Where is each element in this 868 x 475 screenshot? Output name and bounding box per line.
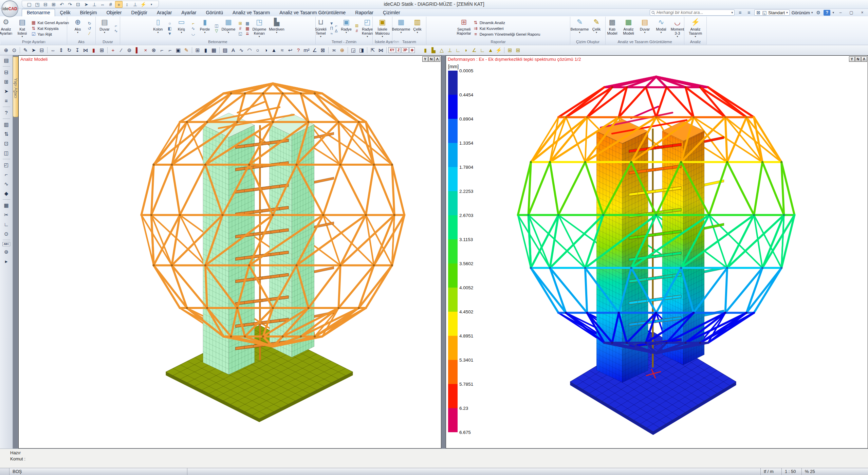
ribbon-button-duvar[interactable]: ▤Duvar▾ [638, 17, 652, 40]
pie-icon[interactable]: ◑ [262, 46, 270, 54]
stair-tool-icon[interactable]: ▙ [429, 46, 438, 54]
panel-wall-icon[interactable]: ◫ [214, 24, 219, 28]
ribbon-button-modal[interactable]: ∿Modal▾ [654, 17, 669, 40]
search-dropdown-icon[interactable]: ▾ [732, 11, 733, 14]
ribbon-button-merdiven[interactable]: ▙Merdiven▾ [268, 17, 285, 40]
raft-opening-icon[interactable]: ⊞ [355, 24, 358, 28]
level-icon[interactable]: ≍ [330, 46, 338, 54]
explode-icon[interactable]: ⊗ [150, 46, 158, 54]
half-disc-icon[interactable]: ◗ [462, 46, 470, 54]
axis-line-icon[interactable]: ⁄ [87, 32, 92, 36]
nodes-icon[interactable]: ◆ [2, 190, 11, 197]
new-sheet-icon[interactable]: ◲ [349, 46, 357, 54]
coord-button-3p[interactable]: 3P [402, 47, 408, 53]
ribbon-item-yar-rijit[interactable]: ☑Yarı Rijit [31, 32, 69, 37]
status-scale[interactable]: 1 : 50 [782, 468, 802, 475]
ribbon-button-se-meli-raporlar[interactable]: ⊞SeçmeliRaporlar [456, 17, 472, 40]
slab-opening-icon[interactable]: ⊞ [237, 21, 243, 26]
peak-icon[interactable]: ▲ [486, 46, 495, 54]
hatch-icon[interactable]: ▦ [210, 46, 218, 54]
structure-tree-tab[interactable]: Yapı Ağacı [13, 57, 18, 117]
command-search[interactable]: ▾ [650, 10, 735, 16]
ribbon-button-analiz-ayarlar[interactable]: ⚙AnalizAyarları [0, 17, 13, 40]
menu-tab-betonarme[interactable]: Betonarme [22, 9, 55, 16]
menu-tab-g-r-nt[interactable]: Görüntü [201, 9, 228, 16]
ribbon-button-moment-3-3[interactable]: ◡Moment3-3▾ [670, 17, 685, 40]
viewport-button-y[interactable]: Y [849, 56, 855, 62]
view-menu[interactable]: Görünüm ▾ [792, 10, 813, 15]
menu-tab-de-i-tir[interactable]: Değiştir [127, 9, 152, 16]
customize-icon[interactable]: ⚙ [815, 10, 821, 15]
block-array-icon[interactable]: ⊞ [193, 46, 202, 54]
ribbon-button-analiz-tasar-m[interactable]: ⚡AnalizTasarım▾ [688, 17, 703, 40]
move-copy-icon[interactable]: ⇕ [57, 46, 65, 54]
text-icon[interactable]: A [229, 46, 237, 54]
ribbon-button-betonarme[interactable]: ✎Betonarme▾ [572, 17, 588, 40]
ribbon-button-kat-model[interactable]: ▩KatıModel [605, 17, 620, 40]
edit-icon[interactable]: ✎ [182, 46, 190, 54]
layer-list-icon[interactable]: ≡ [737, 10, 743, 15]
select-group-icon[interactable]: ⊟ [2, 69, 11, 76]
search-input[interactable] [657, 10, 730, 15]
viewport-button-n[interactable]: N [428, 56, 434, 62]
ribbon-item-kat-kopyala[interactable]: ⇅Kat Kopyala [31, 26, 69, 31]
ribbon-item-deprem-y-netmeli-i-genel-raporu[interactable]: ≡Deprem Yönetmeliği Genel Raporu [473, 32, 540, 37]
corner-edit-icon[interactable]: ⌐ [2, 171, 11, 178]
ribbon-item-dinamik-analiz[interactable]: ⇅Dinamik Analiz [473, 20, 540, 25]
waffle-slab-icon[interactable]: ▦ [244, 26, 250, 31]
ribbon-button-s-rekli-temel[interactable]: ⊔SürekliTemel▾ [313, 17, 328, 40]
object-list-icon[interactable]: ≡ [2, 97, 11, 105]
menu-tab-izimler[interactable]: Çizimler [378, 9, 405, 16]
viewport-button-n[interactable]: N [855, 56, 861, 62]
rotate-cw-icon[interactable]: ↻ [87, 21, 92, 26]
ucs-icon[interactable]: ⇱ [369, 46, 377, 54]
column-tool-icon[interactable]: ▮ [202, 46, 210, 54]
ribbon-button-elik[interactable]: ✎Çelik▾ [589, 17, 604, 40]
array-icon[interactable]: ⊞ [98, 46, 106, 54]
render-icon[interactable]: ▦ [2, 202, 11, 209]
ribbon-button-kat-listesi[interactable]: ▤Katlistesi▾ [15, 17, 30, 40]
area-icon[interactable]: m² [302, 46, 311, 54]
ribbon-item-kat-genel-ayarlar[interactable]: ▦Kat Genel Ayarları [31, 20, 69, 25]
curved-beam-icon[interactable]: ∿ [190, 26, 196, 31]
frame-icon[interactable]: ◰ [2, 161, 11, 169]
rotate-icon[interactable]: ↻ [65, 46, 73, 54]
ribbon-button-d-eme-kenar[interactable]: ◳DöşemeKenarı▾ [252, 17, 267, 40]
lamp-icon[interactable]: ▮ [421, 46, 429, 54]
ribbon-button-kolon[interactable]: ▯Kolon▾ [150, 17, 165, 40]
arc-icon[interactable]: ◠ [245, 46, 254, 54]
coord-button-z[interactable]: Z [396, 47, 401, 53]
menu-tab-analiz-ve-tasar-m-g-r-nt-leme[interactable]: Analiz ve Tasarım Görüntüleme [275, 9, 350, 16]
ribbon-button-d-eme[interactable]: ▦Döşeme▾ [221, 17, 236, 40]
menu-tab-ayarlar[interactable]: Ayarlar [177, 9, 201, 16]
angle-icon[interactable]: ∠ [311, 46, 319, 54]
viewport-deformation[interactable]: Deformasyon : Ex - Ek dışmerkezlikli tep… [446, 55, 868, 449]
foundation-wedge-icon[interactable]: ∆ [335, 29, 337, 33]
ribbon-button-betonarme[interactable]: ▦Betonarme▾ [394, 17, 409, 40]
extend-icon[interactable]: ⁄ [117, 46, 125, 54]
pile-foundation-icon[interactable]: Π [330, 26, 334, 31]
cone-icon[interactable]: △ [438, 46, 446, 54]
split-view-icon[interactable]: ◨ [357, 46, 366, 54]
ribbon-button-i-skele-makrosu[interactable]: ▣İskeleMakrosu▾ [374, 17, 390, 40]
ribbon-button-kiri[interactable]: ▭Kiriş▾ [174, 17, 189, 40]
raft-axes-icon[interactable]: # [355, 29, 358, 33]
status-units[interactable]: tf / m [761, 468, 782, 475]
angle-tool-icon[interactable]: ∟ [478, 46, 486, 54]
sketch-icon[interactable]: ✎ [21, 46, 30, 54]
cut-icon[interactable]: ✂ [2, 211, 11, 219]
circular-column-icon[interactable]: ○ [167, 21, 172, 26]
viewport-button-λ[interactable]: Λ [861, 56, 867, 62]
find-icon[interactable]: ⊚ [2, 248, 11, 256]
break-icon[interactable]: ▌ [133, 46, 142, 54]
single-foundation-icon[interactable]: ▼ [330, 21, 334, 26]
wave-icon[interactable]: ≈ [278, 46, 286, 54]
slab-load-icon[interactable]: ⇊ [244, 32, 250, 36]
paste-icon[interactable]: ◫ [2, 149, 11, 157]
ribbon-button-aks[interactable]: ⊕Aks▾ [70, 17, 85, 40]
image-icon[interactable]: ▨ [221, 46, 229, 54]
rotate-ccw-icon[interactable]: ↺ [87, 26, 92, 31]
grid-b-icon[interactable]: ⊞ [514, 46, 522, 54]
polygon-column-icon[interactable]: ◧ [167, 26, 172, 31]
note-icon[interactable]: ⊟ [38, 46, 46, 54]
